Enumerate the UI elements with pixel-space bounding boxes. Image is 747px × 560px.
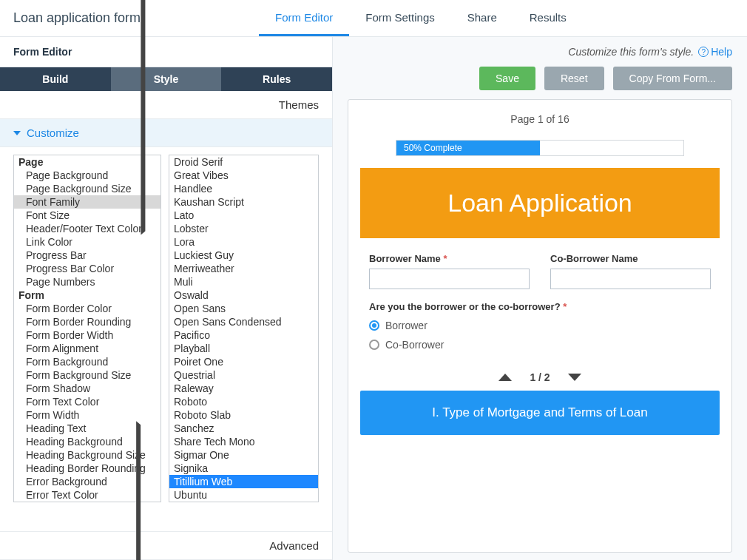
settings-item[interactable]: Form Shadow bbox=[14, 382, 160, 395]
right-header: Customize this form's style. ? Help bbox=[333, 37, 747, 67]
customize-body: PagePage BackgroundPage Background SizeF… bbox=[0, 147, 332, 531]
field-row: Borrower Name * Co-Borrower Name bbox=[360, 253, 720, 301]
settings-item[interactable]: Progress Bar bbox=[14, 249, 160, 262]
role-question: Are you the borrower or the co-borrower?… bbox=[360, 301, 720, 312]
coborrower-input[interactable] bbox=[550, 269, 711, 289]
font-option[interactable]: Titillium Web bbox=[169, 475, 318, 488]
settings-item[interactable]: Link Color bbox=[14, 235, 160, 249]
tab-form-settings[interactable]: Form Settings bbox=[349, 0, 450, 36]
help-label: Help bbox=[711, 46, 732, 58]
chevron-right-icon bbox=[136, 420, 141, 560]
settings-item[interactable]: Form Border Color bbox=[14, 302, 160, 315]
settings-item[interactable]: Page Background bbox=[14, 169, 160, 182]
settings-item[interactable]: Header/Footer Text Color bbox=[14, 222, 160, 235]
customize-hint: Customize this form's style. bbox=[568, 46, 694, 58]
borrower-label: Borrower Name * bbox=[369, 253, 530, 264]
accordion-themes[interactable]: Themes bbox=[0, 91, 332, 119]
font-option[interactable]: Open Sans Condensed bbox=[169, 315, 318, 328]
tab-share[interactable]: Share bbox=[451, 0, 513, 36]
help-icon: ? bbox=[698, 47, 709, 57]
help-link[interactable]: ? Help bbox=[698, 46, 732, 58]
subtab-style[interactable]: Style bbox=[111, 67, 222, 91]
settings-item[interactable]: Progress Bar Color bbox=[14, 262, 160, 275]
font-option[interactable]: Signika bbox=[169, 462, 318, 475]
borrower-input[interactable] bbox=[369, 269, 530, 289]
page-indicator: Page 1 of 16 bbox=[360, 113, 720, 125]
settings-group: Form bbox=[14, 289, 160, 302]
font-option[interactable]: Lora bbox=[169, 235, 318, 249]
settings-item[interactable]: Form Background Size bbox=[14, 368, 160, 382]
font-option[interactable]: Droid Serif bbox=[169, 155, 318, 169]
settings-group: Page bbox=[14, 155, 160, 169]
font-option[interactable]: Sanchez bbox=[169, 422, 318, 435]
accordion-advanced-label: Advanced bbox=[269, 539, 319, 552]
section-banner: I. Type of Mortgage and Terms of Loan bbox=[360, 391, 720, 435]
pager-prev-icon[interactable] bbox=[498, 374, 512, 381]
font-option[interactable]: Playball bbox=[169, 342, 318, 355]
font-option[interactable]: Questrial bbox=[169, 368, 318, 382]
font-options-list[interactable]: Droid SerifGreat VibesHandleeKaushan Scr… bbox=[169, 155, 319, 502]
font-option[interactable]: Oswald bbox=[169, 289, 318, 302]
top-nav: Form Editor Form Settings Share Results bbox=[259, 0, 583, 36]
tab-results[interactable]: Results bbox=[513, 0, 583, 36]
settings-item[interactable]: Font Size bbox=[14, 209, 160, 222]
left-panel: Form Editor Build Style Rules Themes Cus… bbox=[0, 37, 333, 560]
form-hero-title: Loan Application bbox=[360, 168, 720, 238]
settings-item[interactable]: Font Family bbox=[14, 195, 160, 209]
radio-coborrower[interactable]: Co-Borrower bbox=[369, 339, 711, 351]
form-title: Loan application form bbox=[0, 10, 259, 26]
settings-item[interactable]: Form Border Rounding bbox=[14, 315, 160, 328]
settings-item[interactable]: Form Background bbox=[14, 355, 160, 368]
font-option[interactable]: Roboto Slab bbox=[169, 408, 318, 422]
font-option[interactable]: Roboto bbox=[169, 395, 318, 408]
settings-item[interactable]: Page Background Size bbox=[14, 182, 160, 195]
preview-frame: Page 1 of 16 50% Complete Loan Applicati… bbox=[348, 99, 732, 553]
pager-next-icon[interactable] bbox=[568, 374, 581, 381]
settings-item[interactable]: Form Text Color bbox=[14, 395, 160, 408]
save-button[interactable]: Save bbox=[479, 67, 535, 90]
font-option[interactable]: Open Sans bbox=[169, 302, 318, 315]
settings-item[interactable]: Form Border Width bbox=[14, 328, 160, 342]
reset-button[interactable]: Reset bbox=[544, 67, 604, 90]
font-option[interactable]: Pacifico bbox=[169, 328, 318, 342]
font-option[interactable]: Merriweather bbox=[169, 262, 318, 275]
subtab-rules[interactable]: Rules bbox=[221, 67, 332, 91]
font-option[interactable]: Kaushan Script bbox=[169, 195, 318, 209]
font-option[interactable]: Luckiest Guy bbox=[169, 249, 318, 262]
radio-off-icon bbox=[369, 340, 379, 350]
accordion-customize-label: Customize bbox=[27, 126, 79, 139]
preview-scroll[interactable]: Page 1 of 16 50% Complete Loan Applicati… bbox=[353, 104, 727, 547]
font-option[interactable]: Great Vibes bbox=[169, 169, 318, 182]
subtab-build[interactable]: Build bbox=[0, 67, 111, 91]
radio-borrower[interactable]: Borrower bbox=[369, 320, 711, 331]
font-option[interactable]: Lato bbox=[169, 209, 318, 222]
font-option[interactable]: Sigmar One bbox=[169, 448, 318, 462]
font-option[interactable]: Handlee bbox=[169, 182, 318, 195]
top-bar: Loan application form Form Editor Form S… bbox=[0, 0, 747, 37]
progress-bar-fill: 50% Complete bbox=[396, 141, 540, 155]
tab-form-editor[interactable]: Form Editor bbox=[259, 0, 349, 36]
coborrower-label: Co-Borrower Name bbox=[550, 253, 711, 264]
font-option[interactable]: Lobster bbox=[169, 222, 318, 235]
accordion-advanced[interactable]: Advanced bbox=[0, 531, 332, 560]
font-option[interactable]: Share Tech Mono bbox=[169, 435, 318, 448]
settings-item[interactable]: Form Alignment bbox=[14, 342, 160, 355]
section-pager: 1 / 2 bbox=[360, 371, 720, 383]
settings-item[interactable]: Page Numbers bbox=[14, 275, 160, 289]
font-option[interactable]: Ubuntu bbox=[169, 488, 318, 502]
chevron-right-icon bbox=[141, 0, 145, 235]
settings-item[interactable]: Form Width bbox=[14, 408, 160, 422]
chevron-down-icon bbox=[13, 131, 21, 135]
subnav: Build Style Rules bbox=[0, 67, 332, 91]
progress-bar-track: 50% Complete bbox=[396, 140, 684, 156]
right-panel: Customize this form's style. ? Help Save… bbox=[333, 37, 747, 560]
font-option[interactable]: Poiret One bbox=[169, 355, 318, 368]
panel-title: Form Editor bbox=[0, 37, 332, 67]
font-option[interactable]: Raleway bbox=[169, 382, 318, 395]
radio-on-icon bbox=[369, 320, 379, 331]
font-option[interactable]: Muli bbox=[169, 275, 318, 289]
role-radios: Borrower Co-Borrower bbox=[360, 320, 720, 368]
pager-text: 1 / 2 bbox=[530, 371, 550, 383]
copy-from-form-button[interactable]: Copy From Form... bbox=[613, 67, 732, 90]
accordion-customize[interactable]: Customize bbox=[0, 119, 332, 147]
